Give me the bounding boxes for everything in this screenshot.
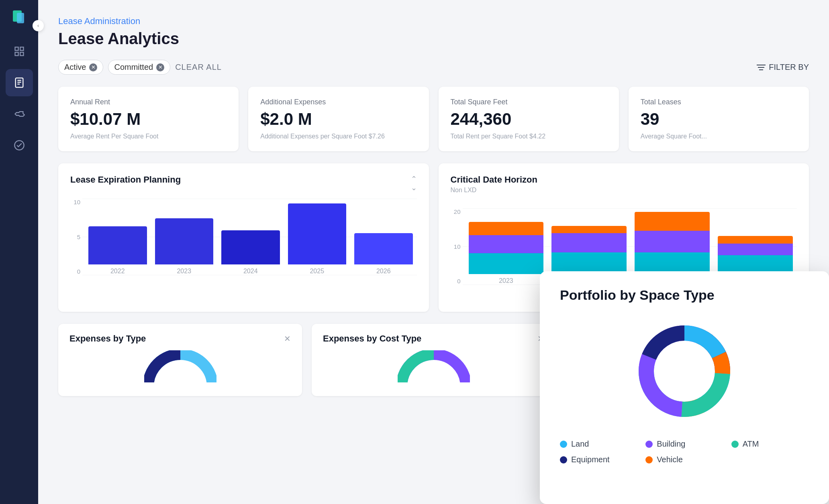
bar-label-2022: 2022 bbox=[110, 268, 125, 275]
grid-line-bot bbox=[82, 275, 417, 275]
filter-tag-committed-label: Committed bbox=[114, 63, 153, 72]
legend-land: Land bbox=[560, 439, 637, 449]
svg-rect-1 bbox=[17, 13, 24, 23]
bar-2023 bbox=[155, 218, 214, 264]
legend-equipment: Equipment bbox=[560, 455, 637, 464]
expense-type-chart bbox=[69, 350, 291, 382]
filter-tag-active-label: Active bbox=[64, 63, 86, 72]
sidebar-logo bbox=[10, 8, 28, 26]
lease-expiration-title: Lease Expiration Planning bbox=[70, 175, 181, 185]
metric-card-total-leases: Total Leases 39 Average Square Foot... bbox=[629, 87, 809, 151]
metric-sqft-value: 244,360 bbox=[451, 110, 607, 129]
filter-icon bbox=[757, 64, 766, 71]
stacked-bar-2024-inner bbox=[551, 226, 627, 274]
stacked-seg-cyan-2024 bbox=[551, 252, 627, 274]
legend-atm: ATM bbox=[731, 439, 809, 449]
metric-leases-label: Total Leases bbox=[641, 98, 797, 106]
legend-label-atm: ATM bbox=[743, 439, 759, 449]
stacked-seg-orange-2025 bbox=[635, 212, 710, 231]
main-content: Lease Administration Lease Analytics Act… bbox=[38, 0, 829, 504]
bar-label-2026: 2026 bbox=[376, 268, 391, 275]
legend-dot-atm bbox=[731, 441, 739, 448]
portfolio-popup: Portfolio by Space Type bbox=[540, 271, 829, 504]
expense-cost-chart bbox=[323, 350, 544, 382]
stacked-seg-orange-2024 bbox=[551, 226, 627, 233]
legend-label-vehicle: Vehicle bbox=[657, 455, 683, 464]
bar-2025 bbox=[288, 203, 347, 264]
expense-cost-title: Expenses by Cost Type bbox=[323, 333, 421, 344]
stacked-seg-orange-2023 bbox=[469, 222, 544, 235]
filter-by-button[interactable]: FILTER BY bbox=[757, 63, 809, 72]
metric-annual-rent-sub: Average Rent Per Square Foot bbox=[70, 133, 227, 140]
y-label-0: 0 bbox=[70, 268, 80, 275]
legend-dot-building bbox=[645, 441, 653, 448]
filter-tag-active[interactable]: Active ✕ bbox=[58, 60, 103, 75]
metric-card-sqft: Total Square Feet 244,360 Total Rent per… bbox=[439, 87, 619, 151]
expand-lease-expiration-button[interactable]: ⌃⌄ bbox=[411, 175, 417, 192]
sidebar: ‹ bbox=[0, 0, 38, 504]
y-label-10: 10 bbox=[70, 199, 80, 205]
bar-label-2025: 2025 bbox=[310, 268, 324, 275]
metric-card-additional-expenses: Additional Expenses $2.0 M Additional Ex… bbox=[248, 87, 429, 151]
legend-label-land: Land bbox=[571, 439, 589, 449]
sidebar-item-handshake[interactable] bbox=[6, 100, 33, 128]
bar-2026 bbox=[354, 233, 413, 264]
bar-2024 bbox=[221, 230, 280, 264]
critical-date-title-group: Critical Date Horizon Non LXD bbox=[451, 175, 537, 202]
stacked-seg-orange-20xx bbox=[718, 236, 793, 244]
bar-group-2024: 2024 bbox=[221, 230, 280, 275]
filter-tag-committed[interactable]: Committed ✕ bbox=[108, 60, 170, 75]
stacked-seg-purple-2023 bbox=[469, 235, 544, 254]
sidebar-item-leases[interactable] bbox=[6, 69, 33, 96]
chart-header-critical: Critical Date Horizon Non LXD bbox=[451, 175, 797, 202]
donut-chart-group bbox=[646, 333, 723, 409]
stacked-seg-purple-2024 bbox=[551, 233, 627, 252]
sidebar-collapse-button[interactable]: ‹ bbox=[33, 20, 44, 31]
bar-group-2022: 2022 bbox=[88, 226, 147, 275]
expense-type-title: Expenses by Type bbox=[69, 333, 146, 344]
metric-add-exp-label: Additional Expenses bbox=[260, 98, 417, 106]
expense-type-card: Expenses by Type ✕ bbox=[58, 324, 302, 396]
close-expense-type-button[interactable]: ✕ bbox=[284, 334, 291, 343]
donut-chart-svg bbox=[628, 315, 741, 427]
metric-sqft-label: Total Square Feet bbox=[451, 98, 607, 106]
legend-label-equipment: Equipment bbox=[571, 455, 610, 464]
metric-cards: Annual Rent $10.07 M Average Rent Per Sq… bbox=[58, 87, 809, 151]
breadcrumb[interactable]: Lease Administration bbox=[58, 16, 809, 26]
legend-dot-equipment bbox=[560, 456, 567, 463]
metric-annual-rent-label: Annual Rent bbox=[70, 98, 227, 106]
portfolio-title: Portfolio by Space Type bbox=[560, 287, 809, 303]
bar-chart-expiration: 2022 2023 2024 2025 bbox=[84, 199, 417, 275]
critical-date-title: Critical Date Horizon bbox=[451, 175, 537, 185]
expense-cost-card: Expenses by Cost Type ✕ bbox=[312, 324, 555, 396]
expense-type-header: Expenses by Type ✕ bbox=[69, 333, 291, 344]
sidebar-item-tasks[interactable] bbox=[6, 132, 33, 159]
donut-chart-container bbox=[560, 315, 809, 427]
metric-card-annual-rent: Annual Rent $10.07 M Average Rent Per Sq… bbox=[58, 87, 239, 151]
bar-2022 bbox=[88, 226, 147, 264]
svg-rect-2 bbox=[15, 47, 18, 51]
sidebar-item-dashboard[interactable] bbox=[6, 38, 33, 65]
filter-bar: Active ✕ Committed ✕ CLEAR ALL FILTER BY bbox=[58, 60, 809, 75]
legend-vehicle: Vehicle bbox=[645, 455, 723, 464]
metric-annual-rent-value: $10.07 M bbox=[70, 110, 227, 129]
expense-cost-header: Expenses by Cost Type ✕ bbox=[323, 333, 544, 344]
stacked-seg-cyan-2025 bbox=[635, 252, 710, 274]
metric-leases-sub: Average Square Foot... bbox=[641, 133, 797, 140]
stacked-bar-2025-inner bbox=[635, 212, 710, 274]
stacked-bar-20xx-inner bbox=[718, 236, 793, 274]
stacked-seg-purple-2025 bbox=[635, 231, 710, 252]
filter-by-label: FILTER BY bbox=[769, 63, 809, 72]
stacked-bar-2023-inner bbox=[469, 222, 544, 274]
y-axis-critical: 20 10 0 bbox=[451, 208, 461, 285]
metric-add-exp-sub: Additional Expenses per Square Foot $7.2… bbox=[260, 133, 417, 140]
stacked-bar-2023: 2023 bbox=[469, 222, 544, 285]
remove-active-filter[interactable]: ✕ bbox=[89, 63, 97, 71]
svg-rect-5 bbox=[20, 52, 23, 55]
legend-dot-vehicle bbox=[645, 456, 653, 463]
stacked-seg-cyan-2023 bbox=[469, 253, 544, 274]
bar-label-2024: 2024 bbox=[243, 268, 258, 275]
remove-committed-filter[interactable]: ✕ bbox=[156, 63, 164, 71]
clear-all-button[interactable]: CLEAR ALL bbox=[175, 63, 222, 72]
y-label-10: 10 bbox=[451, 243, 461, 250]
